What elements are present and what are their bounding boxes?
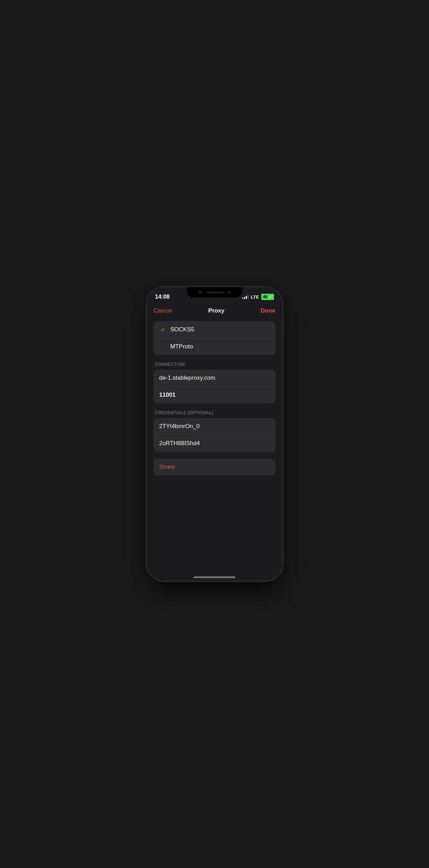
port-row[interactable]: 11001	[154, 386, 275, 403]
share-row[interactable]: Share	[154, 459, 275, 475]
mtproto-label: MTProto	[170, 343, 193, 350]
username-row[interactable]: 2TYt4bmrOn_0	[154, 418, 275, 435]
mtproto-option[interactable]: ✓ MTProto	[154, 338, 275, 355]
notch	[187, 287, 242, 298]
username-value: 2TYt4bmrOn_0	[159, 423, 200, 430]
password-row[interactable]: 2oRTH88IShd4	[154, 435, 275, 452]
host-row[interactable]: de-1.stableproxy.com	[154, 370, 275, 386]
sensor-dot	[228, 291, 231, 294]
socks5-option[interactable]: ✓ SOCKS5	[154, 321, 275, 338]
port-value: 11001	[159, 392, 176, 399]
phone-frame: 14:08 LTE 46 ⚡ Cancel Proxy Done	[147, 287, 282, 581]
battery-percent: 46	[263, 294, 267, 299]
home-indicator[interactable]	[194, 576, 235, 578]
proxy-type-card: ✓ SOCKS5 ✓ MTProto	[154, 321, 275, 355]
status-time: 14:08	[155, 293, 170, 300]
speaker	[206, 291, 224, 293]
page-title: Proxy	[208, 307, 224, 314]
signal-strength	[242, 295, 249, 299]
nav-bar: Cancel Proxy Done	[147, 305, 282, 318]
battery-indicator: 46 ⚡	[261, 294, 274, 300]
front-camera	[198, 291, 202, 294]
charging-icon: ⚡	[268, 295, 272, 299]
network-type: LTE	[251, 294, 259, 300]
content-area: ✓ SOCKS5 ✓ MTProto CONNECTION de-1.stabl…	[147, 318, 282, 485]
signal-bar-4	[248, 295, 249, 299]
share-card: Share	[154, 459, 275, 475]
cancel-button[interactable]: Cancel	[154, 307, 172, 314]
socks5-checkmark: ✓	[159, 326, 166, 333]
done-button[interactable]: Done	[260, 307, 275, 314]
share-section: Share	[154, 459, 275, 475]
host-value: de-1.stableproxy.com	[159, 374, 215, 381]
signal-bar-3	[246, 296, 247, 299]
socks5-label: SOCKS5	[170, 326, 194, 333]
share-label: Share	[159, 464, 175, 470]
phone-screen: 14:08 LTE 46 ⚡ Cancel Proxy Done	[147, 287, 282, 581]
connection-section: CONNECTION de-1.stableproxy.com 11001	[154, 362, 275, 403]
credentials-section: CREDENTIALS (OPTIONAL) 2TYt4bmrOn_0 2oRT…	[154, 410, 275, 452]
status-right: LTE 46 ⚡	[242, 294, 274, 300]
connection-section-label: CONNECTION	[154, 362, 275, 367]
credentials-section-label: CREDENTIALS (OPTIONAL)	[154, 410, 275, 415]
credentials-card: 2TYt4bmrOn_0 2oRTH88IShd4	[154, 418, 275, 452]
proxy-type-section: ✓ SOCKS5 ✓ MTProto	[154, 321, 275, 355]
signal-bar-1	[242, 298, 243, 299]
password-value: 2oRTH88IShd4	[159, 440, 200, 447]
signal-bar-2	[244, 297, 245, 299]
connection-card: de-1.stableproxy.com 11001	[154, 370, 275, 403]
